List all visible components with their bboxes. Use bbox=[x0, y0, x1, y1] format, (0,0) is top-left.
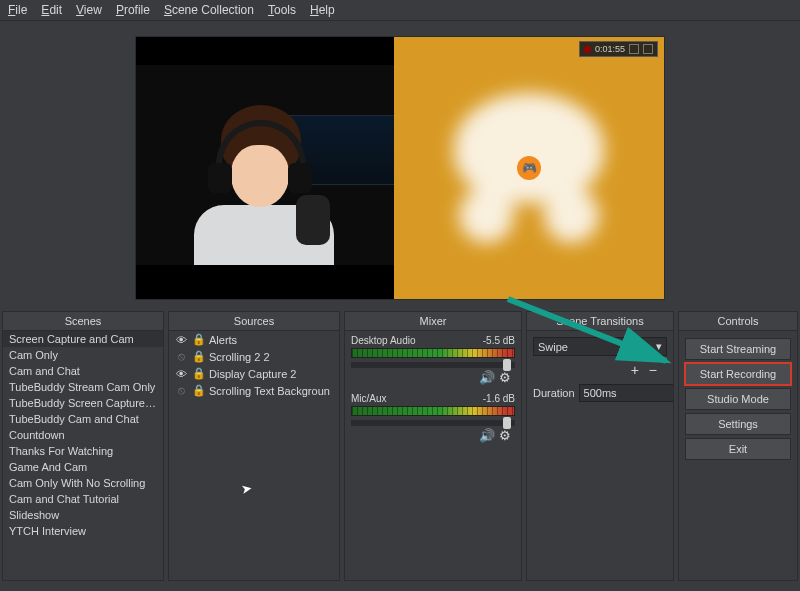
start-streaming-button[interactable]: Start Streaming bbox=[685, 338, 791, 360]
transitions-panel: Scene Transitions Swipe ▾ +− Duration ▴▾ bbox=[526, 311, 674, 581]
volume-slider[interactable] bbox=[351, 362, 515, 368]
visibility-toggle-icon[interactable]: 👁 bbox=[175, 334, 187, 346]
channel-db: -5.5 dB bbox=[483, 335, 515, 346]
source-item[interactable]: ⦸🔒Scrolling 2 2 bbox=[169, 348, 339, 365]
gear-icon[interactable]: ⚙ bbox=[499, 370, 515, 385]
scene-item[interactable]: Cam and Chat bbox=[3, 363, 163, 379]
audio-meter bbox=[351, 348, 515, 358]
lock-icon[interactable]: 🔒 bbox=[192, 384, 204, 397]
exit-button[interactable]: Exit bbox=[685, 438, 791, 460]
speaker-icon[interactable]: 🔊 bbox=[479, 428, 499, 443]
bottom-panels: Scenes Screen Capture and CamCam OnlyCam… bbox=[0, 311, 800, 581]
scene-item[interactable]: Cam Only bbox=[3, 347, 163, 363]
start-recording-button[interactable]: Start Recording bbox=[685, 363, 791, 385]
discord-icon: 🎮 bbox=[517, 156, 541, 180]
volume-slider[interactable] bbox=[351, 420, 515, 426]
scene-item[interactable]: TubeBuddy Stream Cam Only bbox=[3, 379, 163, 395]
scene-item[interactable]: Cam Only With No Scrolling bbox=[3, 475, 163, 491]
visibility-toggle-icon[interactable]: ⦸ bbox=[175, 350, 187, 363]
lock-icon[interactable]: 🔒 bbox=[192, 333, 204, 346]
studio-mode-button[interactable]: Studio Mode bbox=[685, 388, 791, 410]
chevron-down-icon: ▾ bbox=[656, 340, 662, 353]
lock-icon[interactable]: 🔒 bbox=[192, 367, 204, 380]
controls-body: Start Streaming Start Recording Studio M… bbox=[679, 331, 797, 580]
add-transition-button[interactable]: + bbox=[631, 362, 649, 378]
mixer-panel: Mixer Desktop Audio-5.5 dB🔊⚙Mic/Aux-1.6 … bbox=[344, 311, 522, 581]
menu-edit[interactable]: Edit bbox=[41, 3, 62, 17]
source-item[interactable]: ⦸🔒Scrolling Text Backgroun bbox=[169, 382, 339, 399]
menu-scene-collection[interactable]: Scene Collection bbox=[164, 3, 254, 17]
transitions-title: Scene Transitions bbox=[527, 312, 673, 331]
source-label: Display Capture 2 bbox=[209, 368, 296, 380]
visibility-toggle-icon[interactable]: ⦸ bbox=[175, 384, 187, 397]
mixer-body: Desktop Audio-5.5 dB🔊⚙Mic/Aux-1.6 dB🔊⚙ bbox=[345, 331, 521, 580]
lock-icon[interactable]: 🔒 bbox=[192, 350, 204, 363]
menu-view[interactable]: View bbox=[76, 3, 102, 17]
channel-db: -1.6 dB bbox=[483, 393, 515, 404]
mixer-channel: Mic/Aux-1.6 dB🔊⚙ bbox=[345, 389, 521, 447]
visibility-toggle-icon[interactable]: 👁 bbox=[175, 368, 187, 380]
audio-meter bbox=[351, 406, 515, 416]
mixer-title: Mixer bbox=[345, 312, 521, 331]
menu-file[interactable]: File bbox=[8, 3, 27, 17]
preview-area: 🎮 0:01:55 bbox=[0, 21, 800, 311]
menu-profile[interactable]: Profile bbox=[116, 3, 150, 17]
scenes-panel: Scenes Screen Capture and CamCam OnlyCam… bbox=[2, 311, 164, 581]
scene-item[interactable]: Slideshow bbox=[3, 507, 163, 523]
channel-name: Desktop Audio bbox=[351, 335, 416, 346]
settings-button[interactable]: Settings bbox=[685, 413, 791, 435]
source-label: Scrolling 2 2 bbox=[209, 351, 270, 363]
menu-help[interactable]: Help bbox=[310, 3, 335, 17]
scenes-list[interactable]: Screen Capture and CamCam OnlyCam and Ch… bbox=[3, 331, 163, 580]
recording-timer: 0:01:55 bbox=[579, 41, 658, 57]
source-label: Alerts bbox=[209, 334, 237, 346]
transition-selected: Swipe bbox=[538, 341, 568, 353]
webcam-feed bbox=[136, 65, 396, 265]
mixer-channel: Desktop Audio-5.5 dB🔊⚙ bbox=[345, 331, 521, 389]
discord-overlay: 🎮 0:01:55 bbox=[394, 37, 664, 299]
source-label: Scrolling Text Backgroun bbox=[209, 385, 330, 397]
source-item[interactable]: 👁🔒Display Capture 2 bbox=[169, 365, 339, 382]
timer-text: 0:01:55 bbox=[595, 44, 625, 54]
scene-item[interactable]: TubeBuddy Screen Capture an bbox=[3, 395, 163, 411]
stop-icon[interactable] bbox=[643, 44, 653, 54]
transitions-body: Swipe ▾ +− Duration ▴▾ bbox=[527, 331, 673, 580]
pause-icon[interactable] bbox=[629, 44, 639, 54]
speaker-icon[interactable]: 🔊 bbox=[479, 370, 499, 385]
scene-item[interactable]: YTCH Interview bbox=[3, 523, 163, 539]
sources-title: Sources bbox=[169, 312, 339, 331]
sources-list[interactable]: ➤ 👁🔒Alerts⦸🔒Scrolling 2 2👁🔒Display Captu… bbox=[169, 331, 339, 580]
duration-input[interactable] bbox=[579, 384, 673, 402]
menu-bar: File Edit View Profile Scene Collection … bbox=[0, 0, 800, 21]
duration-label: Duration bbox=[533, 387, 575, 399]
scenes-title: Scenes bbox=[3, 312, 163, 331]
scene-item[interactable]: Game And Cam bbox=[3, 459, 163, 475]
channel-name: Mic/Aux bbox=[351, 393, 387, 404]
menu-tools[interactable]: Tools bbox=[268, 3, 296, 17]
scene-item[interactable]: Countdown bbox=[3, 427, 163, 443]
controls-title: Controls bbox=[679, 312, 797, 331]
scene-item[interactable]: Screen Capture and Cam bbox=[3, 331, 163, 347]
record-dot-icon bbox=[584, 46, 591, 53]
scene-item[interactable]: Cam and Chat Tutorial bbox=[3, 491, 163, 507]
scene-item[interactable]: Thanks For Watching bbox=[3, 443, 163, 459]
scene-item[interactable]: TubeBuddy Cam and Chat bbox=[3, 411, 163, 427]
transition-select[interactable]: Swipe ▾ bbox=[533, 337, 667, 356]
sources-panel: Sources ➤ 👁🔒Alerts⦸🔒Scrolling 2 2👁🔒Displ… bbox=[168, 311, 340, 581]
controls-panel: Controls Start Streaming Start Recording… bbox=[678, 311, 798, 581]
remove-transition-button[interactable]: − bbox=[649, 362, 667, 378]
gear-icon[interactable]: ⚙ bbox=[499, 428, 515, 443]
preview-canvas[interactable]: 🎮 0:01:55 bbox=[135, 36, 665, 300]
source-item[interactable]: 👁🔒Alerts bbox=[169, 331, 339, 348]
cursor-icon: ➤ bbox=[240, 480, 253, 497]
